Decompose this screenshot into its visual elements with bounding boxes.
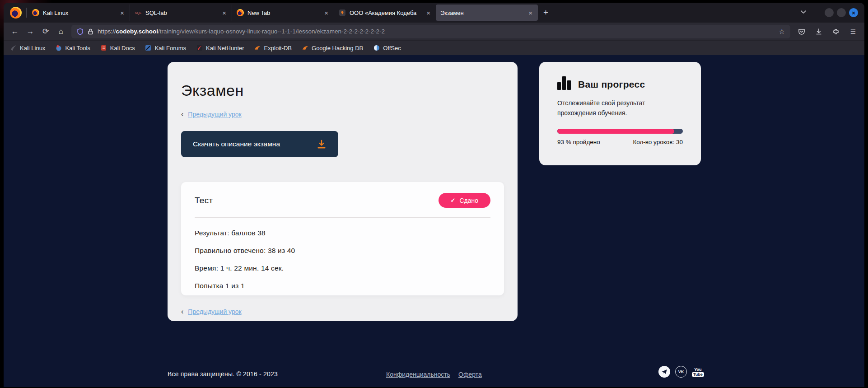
maximize-button[interactable] <box>837 8 846 17</box>
url-text[interactable]: https://codeby.school/training/view/kurs… <box>98 28 775 35</box>
social-links: VK You Tube <box>658 366 704 378</box>
footer-offer-link[interactable]: Оферта <box>458 371 482 378</box>
kali-dragon-icon <box>10 45 17 51</box>
ghdb-bird-icon <box>302 45 308 51</box>
tab-kali-linux[interactable]: Kali Linux × <box>28 5 130 21</box>
divider <box>195 217 490 218</box>
progress-fill <box>557 129 674 134</box>
browser-window: Kali Linux × SQL SQL-lab × New Tab × ООО… <box>4 3 864 387</box>
menu-hamburger-icon[interactable]: ≡ <box>845 25 861 38</box>
bookmark-label: Google Hacking DB <box>312 45 363 51</box>
desktop-frame: Kali Linux × SQL SQL-lab × New Tab × ООО… <box>0 0 868 388</box>
extensions-puzzle-icon[interactable] <box>828 25 844 38</box>
url-path: /training/view/kurs-laquo-osnovy-linux-r… <box>158 28 385 35</box>
exploit-db-bird-icon <box>254 45 261 51</box>
download-exam-description-button[interactable]: Скачать описание экзамна <box>181 131 338 157</box>
test-result-card: Тест ✓ Сдано Результат: баллов 38 Правил… <box>181 182 504 295</box>
bookmark-kali-tools[interactable]: Kali Tools <box>55 45 90 51</box>
bookmarks-bar: Kali Linux Kali Tools Kali Docs Kali For… <box>4 40 864 55</box>
previous-lesson-link-bottom[interactable]: ‹ Предыдущий урок <box>181 308 504 316</box>
previous-lesson-link-top[interactable]: ‹ Предыдущий урок <box>181 110 504 118</box>
bookmark-label: Kali Docs <box>110 45 135 51</box>
kali-docs-icon <box>100 45 107 51</box>
tab-title: New Tab <box>247 9 320 16</box>
downloads-icon[interactable] <box>811 25 826 38</box>
codeby-shield-favicon <box>339 9 346 16</box>
bookmark-label: Exploit-DB <box>264 45 292 51</box>
firefox-logo-icon[interactable] <box>10 7 22 19</box>
tab-title: SQL-lab <box>145 9 218 16</box>
check-icon: ✓ <box>451 197 456 204</box>
url-scheme: https:// <box>98 28 116 35</box>
bookmark-exploit-db[interactable]: Exploit-DB <box>254 45 292 51</box>
telegram-icon[interactable] <box>658 366 670 378</box>
home-icon[interactable]: ⌂ <box>53 25 69 38</box>
list-all-tabs-chevron-icon[interactable] <box>800 9 807 17</box>
lock-icon[interactable] <box>88 28 93 35</box>
new-tab-button[interactable]: + <box>538 8 554 18</box>
tab-new-tab[interactable]: New Tab × <box>232 5 334 21</box>
footer-privacy-link[interactable]: Конфиденциальность <box>386 371 450 378</box>
url-bar[interactable]: https://codeby.school/training/view/kurs… <box>71 25 790 38</box>
tab-codeby-academy[interactable]: ООО «Академия Кодеба × <box>334 5 436 21</box>
bookmark-kali-linux[interactable]: Kali Linux <box>10 45 45 51</box>
bookmark-label: Kali Forums <box>155 45 186 51</box>
progress-percent-label: 93 % пройдено <box>557 139 600 145</box>
footer-copyright: Все права защищены. © 2016 - 2023 <box>168 370 278 378</box>
chevron-left-icon: ‹ <box>181 110 183 118</box>
bookmark-kali-docs[interactable]: Kali Docs <box>100 45 135 51</box>
bookmark-label: Kali Tools <box>65 45 90 51</box>
tab-sql-lab[interactable]: SQL SQL-lab × <box>130 5 232 21</box>
forward-icon[interactable]: → <box>23 25 38 38</box>
close-tab-icon[interactable]: × <box>119 9 125 17</box>
pocket-icon[interactable] <box>794 25 809 38</box>
bookmark-kali-nethunter[interactable]: Kali NetHunter <box>196 45 244 51</box>
exam-card: Экзамен ‹ Предыдущий урок Скачать описан… <box>168 62 518 321</box>
chevron-left-icon: ‹ <box>181 308 183 316</box>
window-close-button[interactable]: × <box>849 8 858 17</box>
progress-description: Отслеживайте свой результат прохождения … <box>557 98 666 118</box>
tab-ekzamen-active[interactable]: Экзамен × <box>436 5 538 21</box>
previous-lesson-label[interactable]: Предыдущий урок <box>188 308 241 315</box>
firefox-favicon <box>237 9 244 16</box>
youtube-icon[interactable]: You Tube <box>692 367 704 377</box>
reload-icon[interactable]: ⟳ <box>38 25 53 38</box>
status-badge-passed: ✓ Сдано <box>439 193 491 208</box>
vk-icon[interactable]: VK <box>675 366 687 378</box>
bookmark-star-icon[interactable]: ☆ <box>779 28 785 36</box>
close-tab-icon[interactable]: × <box>221 9 227 17</box>
kali-nethunter-icon <box>196 45 203 51</box>
tracking-shield-icon[interactable] <box>77 28 84 35</box>
page-title: Экзамен <box>181 82 504 99</box>
youtube-tube-label: Tube <box>692 372 704 377</box>
close-tab-icon[interactable]: × <box>425 9 431 17</box>
bookmark-label: OffSec <box>383 45 401 51</box>
lessons-count-label: Кол-во уроков: 30 <box>633 139 683 145</box>
result-correct-line: Правильно отвечено: 38 из 40 <box>195 247 490 255</box>
toolbar-right-icons: ≡ <box>794 25 861 38</box>
bookmark-google-hacking-db[interactable]: Google Hacking DB <box>302 45 363 51</box>
result-score-line: Результат: баллов 38 <box>195 229 490 237</box>
youtube-you-label: You <box>694 367 701 372</box>
progress-title: Ваш прогресс <box>578 79 645 90</box>
close-tab-icon[interactable]: × <box>323 9 329 17</box>
bookmark-label: Kali NetHunter <box>206 45 244 51</box>
progress-bar-track <box>557 129 683 134</box>
sql-favicon: SQL <box>135 9 142 16</box>
test-title: Тест <box>195 196 213 206</box>
bar-chart-icon <box>557 76 571 90</box>
result-attempt-line: Попытка 1 из 1 <box>195 282 490 290</box>
minimize-button[interactable] <box>825 8 834 17</box>
kali-tools-icon <box>55 45 62 51</box>
bookmark-label: Kali Linux <box>20 45 45 51</box>
progress-card: Ваш прогресс Отслеживайте свой результат… <box>539 62 701 165</box>
progress-labels-row: 93 % пройдено Кол-во уроков: 30 <box>557 139 683 145</box>
kali-forums-icon <box>145 45 152 51</box>
bookmark-kali-forums[interactable]: Kali Forums <box>145 45 186 51</box>
back-icon[interactable]: ← <box>7 25 23 38</box>
offsec-icon <box>373 45 380 51</box>
close-tab-icon[interactable]: × <box>527 9 533 17</box>
test-header-row: Тест ✓ Сдано <box>195 193 490 208</box>
bookmark-offsec[interactable]: OffSec <box>373 45 401 51</box>
previous-lesson-label[interactable]: Предыдущий урок <box>188 111 241 118</box>
